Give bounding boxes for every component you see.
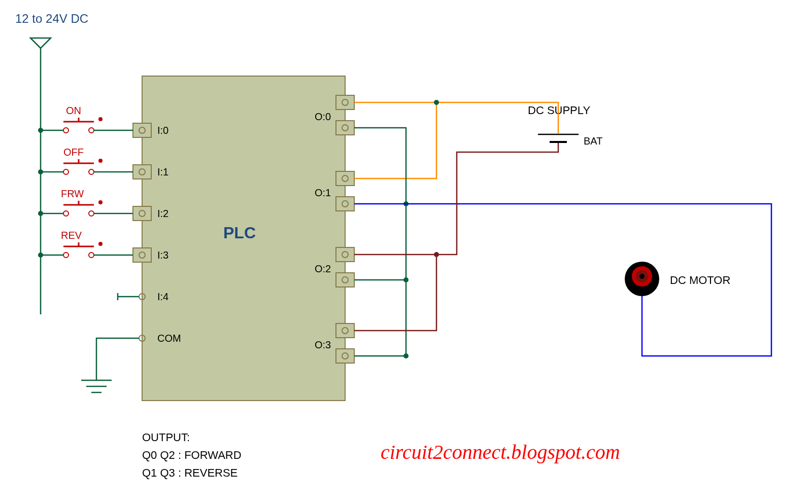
svg-text:ON: ON — [66, 105, 81, 116]
wire-o2-bat-neg — [354, 143, 558, 255]
svg-point-28 — [38, 169, 43, 174]
svg-point-30 — [63, 211, 69, 216]
input-pin-i1: I:1 — [133, 165, 168, 179]
svg-text:BAT: BAT — [584, 135, 602, 147]
svg-rect-43 — [336, 95, 354, 110]
plc-wiring-diagram: 12 to 24V DC PLC I:0 I:1 I:2 I:3 I:4 — [0, 0, 812, 504]
svg-point-41 — [98, 242, 103, 246]
switch-frw: FRW — [38, 188, 133, 216]
label-o0: O:0 — [315, 111, 331, 122]
label-i3: I:3 — [157, 249, 168, 261]
svg-point-31 — [89, 211, 94, 216]
svg-rect-4 — [133, 206, 151, 221]
svg-rect-53 — [336, 273, 354, 287]
motor-label: DC MOTOR — [670, 274, 730, 286]
label-o2: O:2 — [315, 263, 331, 274]
output-header: OUTPUT: — [142, 431, 190, 444]
svg-point-16 — [63, 128, 69, 133]
svg-rect-49 — [336, 197, 354, 211]
svg-point-20 — [98, 117, 103, 121]
svg-point-35 — [38, 211, 43, 216]
power-arrow-icon — [30, 38, 51, 48]
label-com: COM — [157, 333, 181, 344]
node-green-702 — [403, 353, 409, 358]
svg-point-42 — [38, 253, 43, 258]
voltage-label: 12 to 24V DC — [15, 12, 88, 25]
svg-point-24 — [89, 169, 94, 174]
wire-o1-to-o0-orange — [354, 102, 436, 178]
svg-point-66 — [639, 274, 645, 279]
plc-title: PLC — [223, 224, 256, 242]
label-i4: I:4 — [157, 291, 168, 302]
svg-rect-45 — [336, 121, 354, 135]
node-orange — [434, 100, 439, 105]
svg-point-34 — [98, 200, 103, 204]
switch-off: OFF — [38, 147, 133, 174]
svg-point-21 — [38, 128, 43, 133]
input-pin-i2: I:2 — [133, 206, 168, 221]
wire-green-bus — [354, 128, 406, 356]
label-i2: I:2 — [157, 208, 168, 219]
svg-point-27 — [98, 159, 103, 163]
svg-rect-55 — [336, 323, 354, 338]
svg-point-37 — [63, 253, 69, 258]
wire-o3-join-darkred — [354, 255, 436, 331]
switch-on: ON — [38, 105, 133, 133]
output-line1: Q0 Q2 : FORWARD — [142, 449, 242, 461]
dc-supply: DC SUPPLY BAT — [528, 104, 602, 147]
svg-rect-0 — [133, 123, 151, 137]
svg-rect-2 — [133, 165, 151, 179]
input-pin-i3: I:3 — [133, 248, 168, 262]
input-pin-i0: I:0 — [133, 123, 168, 137]
svg-text:OFF: OFF — [63, 147, 84, 158]
svg-point-38 — [89, 253, 94, 258]
svg-rect-51 — [336, 247, 354, 262]
output-line2: Q1 Q3 : REVERSE — [142, 466, 238, 479]
label-o3: O:3 — [315, 339, 331, 350]
svg-rect-47 — [336, 171, 354, 186]
switch-rev: REV — [38, 230, 133, 258]
svg-rect-6 — [133, 248, 151, 262]
ground-symbol-icon — [81, 338, 139, 392]
svg-rect-57 — [336, 349, 354, 363]
watermark: circuit2connect.blogspot.com — [381, 441, 620, 463]
dc-motor-icon: DC MOTOR — [625, 262, 730, 296]
node-green-552 — [403, 277, 409, 282]
svg-point-23 — [63, 169, 69, 174]
svg-text:REV: REV — [61, 230, 82, 241]
label-i1: I:1 — [157, 166, 168, 177]
label-o1: O:1 — [315, 187, 331, 198]
label-i0: I:0 — [157, 125, 168, 136]
svg-text:DC SUPPLY: DC SUPPLY — [528, 104, 590, 117]
svg-point-17 — [89, 128, 94, 133]
svg-text:FRW: FRW — [61, 188, 84, 199]
node-darkred — [434, 252, 439, 257]
